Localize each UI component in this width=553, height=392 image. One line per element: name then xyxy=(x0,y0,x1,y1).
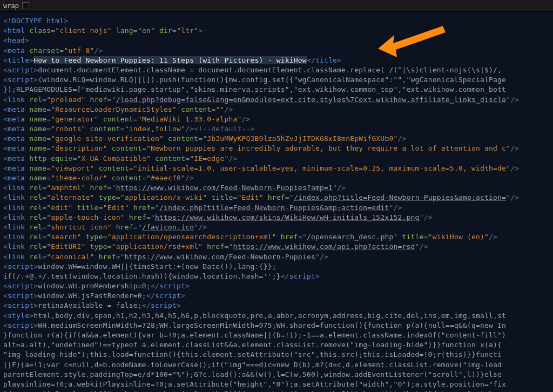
code-line: <link rel="apple-touch-icon" href="https… xyxy=(3,213,553,222)
code-line: <meta name="viewport" content="initial-s… xyxy=(3,164,553,173)
code-line: <link rel="search" type="application/ope… xyxy=(3,232,553,242)
wrap-checkbox[interactable] xyxy=(22,2,29,9)
code-line: <script>retinaAvailable = false;</script… xyxy=(3,301,553,310)
code-line: <style>html,body,div,span,h1,h2,h3,h4,h5… xyxy=(3,311,553,321)
code-line: <link rel="canonical" href="https://www.… xyxy=(3,252,553,262)
code-line: alt=a.alt),"undefined"!==typeof a.elemen… xyxy=(3,340,553,350)
code-line: <script>window.WH.proMembership=0;</scri… xyxy=(3,281,553,291)
code-line: <link rel="preload" href="/load.php?debu… xyxy=(3,95,553,105)
toolbar: wrap xyxy=(0,0,553,12)
code-line: parentElement.style.paddingTop=e/d*100+"… xyxy=(3,370,553,380)
code-line: <meta charset="utf-8"/> xyxy=(3,46,553,56)
code-line: ||F){a=!1;var c=null,d=b.nodeName.toLowe… xyxy=(3,360,553,370)
code-line: <script>WH.mediumScreenMinWidth=728;WH.l… xyxy=(3,321,553,330)
code-line: <head> xyxy=(3,36,553,45)
code-line: <link rel="alternate" type="application/… xyxy=(3,193,553,202)
code-line: <script>document.documentElement.classNa… xyxy=(3,65,553,75)
code-line: <meta name="description" content="Newbor… xyxy=(3,144,553,153)
code-line: <!DOCTYPE html> xyxy=(3,16,553,26)
wrap-label: wrap xyxy=(3,2,19,10)
code-line: "img-loading-hide");this.load=function()… xyxy=(3,350,553,360)
code-line: <meta name="ResourceLoaderDynamicStyles"… xyxy=(3,105,553,114)
code-line: <html class="client-nojs" lang="en" dir=… xyxy=(3,26,553,36)
code-line: <script>window.WH.jsFastRender=0;</scrip… xyxy=(3,291,553,301)
code-line: <meta name="google-site-verification" co… xyxy=(3,134,553,144)
code-line: <meta name="robots" content="index,follo… xyxy=(3,124,553,134)
code-line: });RLPAGEMODULES=["mediawiki.page.startu… xyxy=(3,85,553,94)
code-line: <script>window.WH=window.WH||{timeStart:… xyxy=(3,262,553,272)
code-line: if(/.+@.+/.test(window.location.hash)){w… xyxy=(3,272,553,281)
code-line: playsinline=!0;a.webkitPlaysinline=!0;a.… xyxy=(3,380,553,389)
code-line: <script>(window.RLQ=window.RLQ||[]).push… xyxy=(3,75,553,85)
code-line: <meta http-equiv="X-UA-Compatible" conte… xyxy=(3,154,553,164)
code-line: <meta name="generator" content="MediaWik… xyxy=(3,114,553,124)
source-code-viewer[interactable]: <!DOCTYPE html><html class="client-nojs"… xyxy=(0,12,553,392)
code-line: <link rel="shortcut icon" href="/favicon… xyxy=(3,222,553,232)
code-line: <title>How to Feed Newborn Puppies: 11 S… xyxy=(3,56,553,65)
code-line: <link rel="EditURI" type="application/rs… xyxy=(3,242,553,252)
code-line: <meta name="theme-color" content="#eaecf… xyxy=(3,173,553,183)
code-line: "data-src"),5<c.length&&".webp"==c.subst… xyxy=(3,389,553,392)
code-line: <link rel="amphtml" href="https://www.wi… xyxy=(3,183,553,193)
code-line: }function r(a){if(a&&a.element){var b=!0… xyxy=(3,330,553,340)
code-line: <link rel="edit" title="Edit" href="/ind… xyxy=(3,203,553,213)
